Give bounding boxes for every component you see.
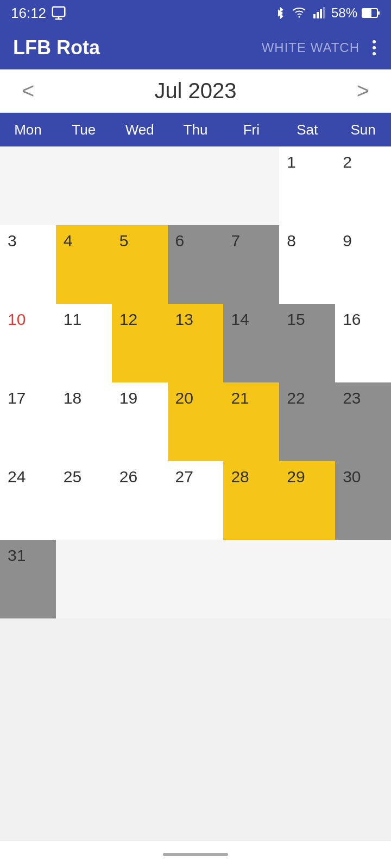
day-header-thu: Thu <box>168 113 224 146</box>
day-headers: MonTueWedThuFriSatSun <box>0 113 391 146</box>
calendar-cell[interactable]: 4 <box>56 225 112 304</box>
more-dot <box>373 46 376 49</box>
day-header-wed: Wed <box>112 113 168 146</box>
svg-rect-6 <box>320 9 322 18</box>
calendar-cell[interactable] <box>168 540 224 618</box>
bluetooth-icon <box>274 7 287 20</box>
battery-percent: 58% <box>331 5 357 21</box>
calendar-grid: 1234567891011121314151617181920212223242… <box>0 146 391 618</box>
calendar-cell[interactable]: 20 <box>168 382 224 461</box>
app-bar: LFB Rota WHITE WATCH <box>0 26 391 69</box>
next-month-button[interactable]: > <box>351 79 375 103</box>
calendar-cell[interactable] <box>56 146 112 225</box>
calendar-cell[interactable]: 16 <box>335 304 391 382</box>
calendar-cell[interactable]: 22 <box>279 382 335 461</box>
month-nav: < Jul 2023 > <box>0 69 391 113</box>
calendar-cell[interactable] <box>279 540 335 618</box>
calendar-cell[interactable]: 27 <box>168 461 224 540</box>
calendar-cell[interactable]: 7 <box>223 225 279 304</box>
svg-rect-0 <box>53 7 65 17</box>
svg-rect-9 <box>363 9 371 17</box>
svg-rect-4 <box>313 14 316 18</box>
month-title: Jul 2023 <box>154 79 236 103</box>
calendar-cell[interactable] <box>223 146 279 225</box>
signal-icon <box>312 7 327 20</box>
calendar-cell[interactable] <box>223 540 279 618</box>
day-header-sat: Sat <box>279 113 335 146</box>
screenshot-icon <box>51 5 67 21</box>
wifi-icon <box>291 7 307 20</box>
calendar-cell[interactable]: 18 <box>56 382 112 461</box>
calendar-cell[interactable]: 5 <box>112 225 168 304</box>
calendar-cell[interactable]: 31 <box>0 540 56 618</box>
calendar-cell[interactable]: 11 <box>56 304 112 382</box>
svg-rect-7 <box>323 7 325 18</box>
battery-icon <box>362 7 380 19</box>
calendar-cell[interactable]: 13 <box>168 304 224 382</box>
more-dot <box>373 40 376 43</box>
calendar-cell[interactable]: 23 <box>335 382 391 461</box>
calendar-cell[interactable]: 10 <box>0 304 56 382</box>
app-bar-right: WHITE WATCH <box>262 38 378 58</box>
more-options-button[interactable] <box>370 38 378 58</box>
more-dot <box>373 52 376 55</box>
calendar-cell[interactable] <box>56 540 112 618</box>
home-indicator <box>163 853 228 856</box>
calendar-cell[interactable]: 21 <box>223 382 279 461</box>
calendar-cell[interactable]: 19 <box>112 382 168 461</box>
calendar-cell[interactable] <box>112 540 168 618</box>
calendar-cell[interactable] <box>112 146 168 225</box>
calendar-cell[interactable]: 17 <box>0 382 56 461</box>
calendar-cell[interactable] <box>168 146 224 225</box>
calendar-cell[interactable]: 3 <box>0 225 56 304</box>
calendar-cell[interactable]: 8 <box>279 225 335 304</box>
calendar-cell[interactable]: 29 <box>279 461 335 540</box>
calendar-cell[interactable]: 9 <box>335 225 391 304</box>
calendar-cell[interactable] <box>0 146 56 225</box>
calendar-cell[interactable] <box>335 540 391 618</box>
calendar-cell[interactable]: 14 <box>223 304 279 382</box>
app-title: LFB Rota <box>13 36 100 59</box>
svg-rect-10 <box>378 11 380 15</box>
day-header-sun: Sun <box>335 113 391 146</box>
day-header-tue: Tue <box>56 113 112 146</box>
day-header-mon: Mon <box>0 113 56 146</box>
calendar-cell[interactable]: 30 <box>335 461 391 540</box>
svg-rect-5 <box>317 12 319 18</box>
calendar-cell[interactable]: 1 <box>279 146 335 225</box>
calendar-cell[interactable]: 25 <box>56 461 112 540</box>
status-left: 16:12 <box>11 5 67 22</box>
day-header-fri: Fri <box>223 113 279 146</box>
bottom-bar <box>0 841 391 868</box>
calendar-cell[interactable]: 6 <box>168 225 224 304</box>
calendar-cell[interactable]: 24 <box>0 461 56 540</box>
svg-point-3 <box>298 16 300 18</box>
calendar-cell[interactable]: 28 <box>223 461 279 540</box>
prev-month-button[interactable]: < <box>16 79 40 103</box>
calendar-cell[interactable]: 2 <box>335 146 391 225</box>
status-time: 16:12 <box>11 5 46 22</box>
calendar-cell[interactable]: 26 <box>112 461 168 540</box>
calendar-cell[interactable]: 12 <box>112 304 168 382</box>
watch-label: WHITE WATCH <box>262 40 360 55</box>
status-right: 58% <box>274 5 380 21</box>
status-bar: 16:12 58% <box>0 0 391 26</box>
calendar-cell[interactable]: 15 <box>279 304 335 382</box>
